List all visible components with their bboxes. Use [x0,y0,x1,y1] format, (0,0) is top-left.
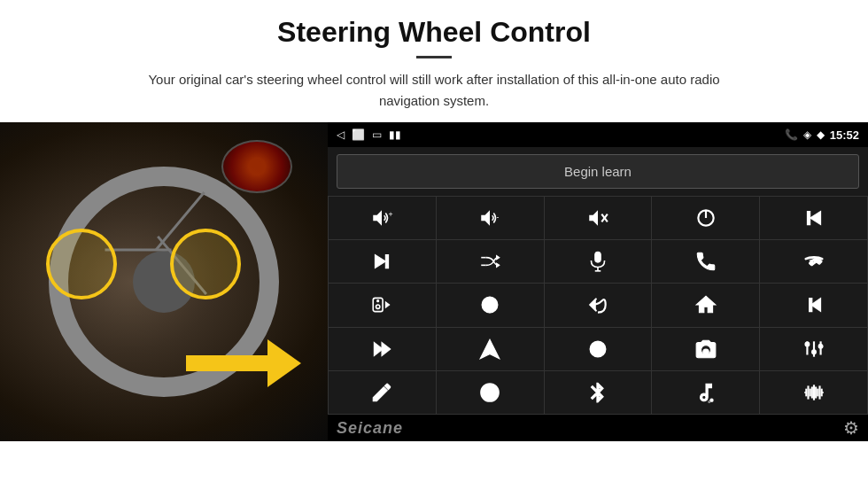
control-panel: ◁ ⬜ ▭ ▮▮ 📞 ◈ ◆ 15:52 Begin learn [328,122,868,441]
spoke-bottom [105,249,172,252]
begin-learn-button[interactable]: Begin learn [337,154,859,189]
eq-sliders-icon [802,338,825,361]
svg-marker-11 [810,212,820,225]
waveform-button[interactable] [760,371,867,414]
svg-text:+: + [389,210,393,219]
phone-icon [694,250,717,273]
arrow-head [267,339,301,387]
location-status-icon: ◈ [803,128,811,141]
skip-back-button[interactable] [760,284,867,326]
time-display: 15:52 [830,128,859,142]
svg-point-44 [811,350,815,354]
shuffle-icon [478,250,501,273]
page-wrapper: Steering Wheel Control Your original car… [0,0,868,441]
status-left: ◁ ⬜ ▭ ▮▮ [337,128,401,141]
back-icon[interactable]: ◁ [337,128,345,141]
svg-marker-3 [481,210,490,225]
svg-marker-33 [480,339,500,359]
next-track-icon [370,250,393,273]
music-settings-button[interactable]: ⚙ [652,371,759,414]
mute-button[interactable] [545,197,652,239]
home-button[interactable] [652,284,759,326]
svg-rect-18 [595,252,601,262]
svg-marker-0 [374,210,383,225]
camera-button[interactable] [652,328,759,370]
360-view-icon: 360 [478,293,501,316]
vol-up-icon: + [370,206,393,229]
svg-point-49 [487,390,493,396]
power-button[interactable] [652,197,759,239]
svg-marker-13 [376,255,386,268]
prev-track-button[interactable] [760,197,867,239]
svg-point-47 [818,344,822,347]
svg-text:360: 360 [486,303,494,308]
vol-up-button[interactable]: + [329,197,436,239]
eq-button[interactable] [545,328,652,370]
title-divider [416,56,452,58]
status-right: 📞 ◈ ◆ 15:52 [785,128,859,142]
square-icon[interactable]: ▭ [372,128,382,141]
svg-point-23 [377,300,379,302]
header-section: Steering Wheel Control Your original car… [0,0,868,122]
mic-icon [586,250,609,273]
home-icon [694,293,717,316]
steering-bg [0,122,328,441]
speaker-icon [370,293,393,316]
pen-button[interactable] [329,371,436,414]
mute-icon [586,206,609,229]
begin-learn-row: Begin learn [328,147,868,196]
svg-marker-30 [809,299,811,312]
camera-icon [694,338,717,361]
window-icon[interactable]: ⬜ [352,128,365,141]
content-area: ◁ ⬜ ▭ ▮▮ 📞 ◈ ◆ 15:52 Begin learn [0,122,868,441]
circle-icon [478,381,501,404]
music-settings-icon: ⚙ [694,381,717,404]
vol-down-icon: - [478,206,501,229]
yellow-circle-left [46,229,117,299]
svg-point-38 [703,349,709,355]
seicane-logo: Seicane [337,419,403,438]
eq-icon [586,338,609,361]
settings-gear-icon[interactable]: ⚙ [843,417,859,439]
shuffle-button[interactable] [437,240,544,283]
bluetooth-icon [586,381,609,404]
360-view-button[interactable]: 360 [437,284,544,326]
svg-marker-17 [497,256,500,260]
bottom-bar: Seicane ⚙ [328,415,868,441]
vol-down-button[interactable]: - [437,197,544,239]
yellow-arrow [186,339,301,388]
gauge-hint [221,140,292,193]
wifi-status-icon: ◆ [817,128,825,141]
skip-back-icon [802,293,825,316]
navigate-button[interactable] [437,328,544,370]
page-title: Steering Wheel Control [35,16,833,49]
svg-marker-24 [386,302,390,308]
mic-button[interactable] [545,240,652,283]
next-track-button[interactable] [329,240,436,283]
prev-track-icon [802,206,825,229]
bluetooth-button[interactable] [545,371,652,414]
phone-button[interactable] [652,240,759,283]
svg-text:⚙: ⚙ [708,400,711,404]
eq-sliders-button[interactable] [760,328,867,370]
power-icon [694,206,717,229]
back-nav-icon [586,293,609,316]
svg-text:-: - [497,213,500,222]
signal-icon: ▮▮ [389,128,401,141]
phone-status-icon: 📞 [785,128,798,141]
back-nav-button[interactable] [545,284,652,326]
subtitle-text: Your original car's steering wheel contr… [124,69,744,112]
waveform-icon [802,381,825,404]
circle-button[interactable] [437,371,544,414]
hang-up-button[interactable] [760,240,867,283]
speaker-button[interactable] [329,284,436,326]
fast-fwd-button[interactable] [329,328,436,370]
svg-point-22 [376,305,380,308]
icon-grid: + - [328,196,868,415]
svg-marker-5 [589,210,598,225]
status-bar: ◁ ⬜ ▭ ▮▮ 📞 ◈ ◆ 15:52 [328,122,868,147]
svg-marker-32 [382,342,391,355]
svg-marker-15 [497,263,500,267]
steering-wheel-image [0,122,328,441]
svg-point-41 [805,342,809,346]
